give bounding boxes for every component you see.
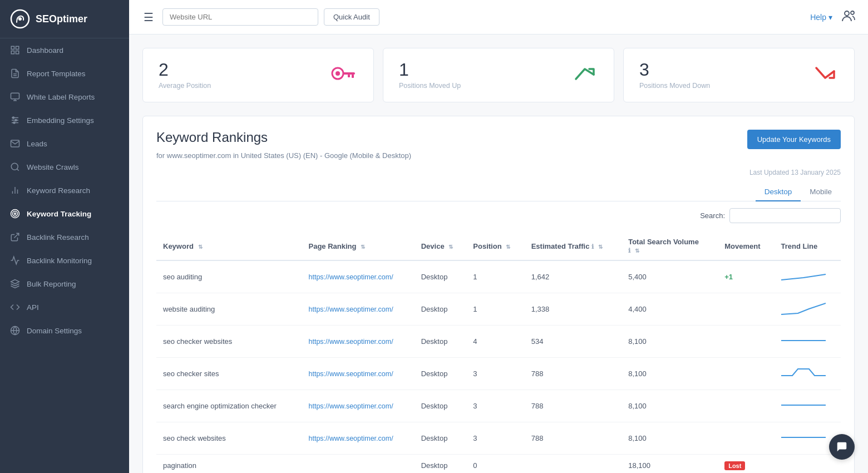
col-traffic[interactable]: Estimated Traffic ℹ ⇅ [525,232,622,260]
svg-rect-8 [11,93,19,99]
search-label: Search: [700,211,725,220]
sidebar-item-label: Dashboard [27,46,63,55]
stat-card-average-position: 2 Average Position [142,48,374,102]
cell-volume: 8,100 [622,422,718,455]
help-button[interactable]: Help ▾ [810,13,832,22]
table-row: seo checker websites https://www.seoptim… [156,326,841,358]
sidebar-item-bulk-reporting[interactable]: Bulk Reporting [0,272,129,295]
stat-card-positions-up: 1 Positions Moved Up [383,48,614,102]
page-url[interactable]: https://www.seoptimer.com/ [309,402,393,410]
sidebar-item-keyword-research[interactable]: Keyword Research [0,179,129,202]
svg-point-24 [14,213,16,215]
svg-line-25 [14,233,19,238]
rankings-table: Keyword ⇅ Page Ranking ⇅ Device ⇅ Posi [156,232,841,473]
sidebar-item-label: White Label Reports [27,93,95,101]
sidebar-item-backlink-research[interactable]: Backlink Research [0,225,129,249]
hamburger-button[interactable]: ☰ [140,7,157,27]
stat-label-avg-position: Average Position [159,82,211,90]
cell-position: 3 [466,422,524,455]
cell-position: 1 [466,293,524,326]
quick-audit-button[interactable]: Quick Audit [324,8,379,26]
sidebar-item-label: Website Crawls [27,163,79,171]
activity-icon [10,255,20,265]
globe-icon [10,326,20,336]
col-page-ranking[interactable]: Page Ranking ⇅ [302,232,415,260]
grid-icon [10,45,20,55]
sidebar-item-report-templates[interactable]: Report Templates [0,62,129,85]
search-input[interactable] [729,208,841,223]
svg-rect-3 [16,46,19,49]
col-position[interactable]: Position ⇅ [466,232,524,260]
view-tabs: Desktop Mobile [156,183,841,201]
sidebar-item-leads[interactable]: Leads [0,132,129,155]
sidebar-item-keyword-tracking[interactable]: Keyword Tracking [0,202,129,225]
col-keyword[interactable]: Keyword ⇅ [156,232,302,260]
page-url[interactable]: https://www.seoptimer.com/ [309,306,393,313]
page-url[interactable]: https://www.seoptimer.com/ [309,338,393,346]
cell-page [302,455,415,474]
user-icon-button[interactable] [841,8,857,27]
svg-point-29 [845,11,849,16]
cell-volume: 8,100 [622,358,718,390]
cell-movement: Lost [718,455,774,474]
svg-point-1 [18,17,22,21]
cell-movement [718,422,774,455]
cell-volume: 8,100 [622,326,718,358]
cell-page: https://www.seoptimer.com/ [302,358,415,390]
svg-rect-5 [16,51,19,54]
update-keywords-button[interactable]: Update Your Keywords [747,130,841,149]
sidebar-item-white-label-reports[interactable]: White Label Reports [0,85,129,109]
sidebar: SEOptimer Dashboard Report Templates Whi… [0,0,129,473]
layers-icon [10,279,20,289]
col-trendline[interactable]: Trend Line [775,232,841,260]
url-input[interactable] [162,8,318,26]
table-row: seo checker sites https://www.seoptimer.… [156,358,841,390]
chat-button[interactable] [829,434,855,460]
sidebar-item-backlink-monitoring[interactable]: Backlink Monitoring [0,249,129,272]
cell-keyword: seo auditing [156,260,302,293]
sidebar-item-label: API [27,303,39,312]
cell-trendline [775,293,841,326]
cell-keyword: search engine optimization checker [156,390,302,422]
sidebar-nav: Dashboard Report Templates White Label R… [0,38,129,342]
sidebar-item-domain-settings[interactable]: Domain Settings [0,319,129,342]
rankings-title: Keyword Rankings [156,130,268,145]
arrow-down-icon [814,63,839,87]
tab-desktop[interactable]: Desktop [756,183,801,201]
sidebar-item-website-crawls[interactable]: Website Crawls [0,155,129,179]
sidebar-item-embedding-settings[interactable]: Embedding Settings [0,109,129,132]
sidebar-item-api[interactable]: API [0,295,129,319]
page-url[interactable]: https://www.seoptimer.com/ [309,273,393,281]
monitor-icon [10,92,20,102]
topbar-right: Help ▾ [810,8,857,27]
mail-icon [10,139,20,149]
external-link-icon [10,232,20,242]
bar-chart-icon [10,185,20,195]
col-movement[interactable]: Movement [718,232,774,260]
page-url[interactable]: https://www.seoptimer.com/ [309,370,393,378]
rankings-subtitle: for www.seoptimer.com in United States (… [156,151,841,160]
volume-info-icon: ℹ [628,247,630,254]
sidebar-item-label: Domain Settings [27,327,82,335]
cell-keyword: seo check websites [156,422,302,455]
svg-marker-26 [11,280,19,284]
sidebar-item-dashboard[interactable]: Dashboard [0,38,129,62]
sidebar-item-label: Report Templates [27,70,86,78]
target-icon [10,209,20,219]
svg-rect-4 [11,51,14,54]
sliders-icon [10,115,20,125]
svg-line-18 [17,169,18,170]
table-row: search engine optimization checker https… [156,390,841,422]
key-icon [331,65,358,86]
cell-device: Desktop [415,326,467,358]
col-device[interactable]: Device ⇅ [415,232,467,260]
sort-icon-volume: ⇅ [635,248,639,254]
stat-label-positions-up: Positions Moved Up [399,82,461,90]
tab-mobile[interactable]: Mobile [801,183,841,201]
svg-rect-33 [343,72,355,75]
sort-icon-traffic: ⇅ [598,244,603,250]
cell-traffic: 788 [525,422,622,455]
page-url[interactable]: https://www.seoptimer.com/ [309,435,393,442]
col-volume[interactable]: Total Search Volume ℹ ⇅ [622,232,718,260]
sort-icon-keyword: ⇅ [198,244,203,250]
